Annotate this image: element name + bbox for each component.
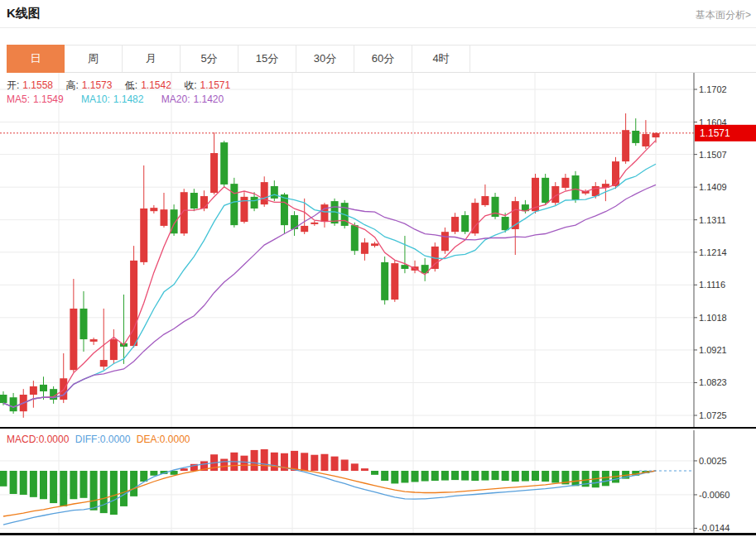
candlestick (652, 133, 660, 137)
candlestick (90, 339, 98, 342)
main-chart-canvas[interactable]: 1.17021.16041.15071.14091.13111.12141.11… (0, 73, 756, 428)
header-divider (0, 27, 756, 28)
candlestick (230, 184, 238, 225)
price-tick-label: 1.1311 (699, 215, 726, 225)
candlestick (181, 192, 188, 233)
macd-tick-label: -0.0060 (699, 490, 730, 500)
tab-月[interactable]: 月 (123, 46, 181, 72)
page-title: K线图 (7, 6, 41, 22)
ma20-line (3, 185, 656, 407)
candlestick (190, 193, 198, 209)
candlestick (371, 243, 378, 246)
candlestick (281, 194, 288, 225)
candlestick (301, 226, 308, 232)
macd-histogram (0, 449, 649, 515)
main-gridlines (0, 73, 694, 428)
ma-legend: MA5:1.1549 MA10:1.1482 MA20:1.1420 (7, 93, 227, 105)
candlestick (320, 204, 328, 222)
ma5-label: MA5: (7, 93, 30, 105)
price-tick-label: 1.0823 (699, 377, 727, 387)
kline-widget: K线图 基本面分析> 日周月5分15分30分60分4时 开:1.1558 高:1… (0, 0, 756, 537)
open-label: 开: (7, 79, 19, 91)
close-value: 1.1571 (200, 79, 231, 91)
tab-15分[interactable]: 15分 (238, 46, 296, 72)
candlestick (461, 215, 469, 232)
macd-tick-label: 0.0025 (699, 456, 727, 466)
candlestick (160, 209, 167, 226)
candlestick (79, 309, 87, 339)
low-label: 低: (125, 79, 137, 91)
candlestick (140, 209, 147, 262)
candlestick (220, 142, 228, 185)
candlestick (391, 263, 398, 300)
candlestick (40, 385, 47, 391)
high-label: 高: (65, 79, 78, 91)
price-tick-label: 1.1409 (699, 182, 727, 192)
ohlc-legend: 开:1.1558 高:1.1573 低:1.1542 收:1.1571 (7, 79, 234, 93)
candlestick (30, 386, 37, 395)
candlestick (150, 208, 157, 211)
ma20-label: MA20: (161, 93, 190, 105)
ma5-line (3, 141, 656, 408)
candlestick (361, 242, 368, 254)
candlestick (271, 186, 278, 199)
candlestick (441, 232, 449, 251)
macd-chart-canvas[interactable]: 0.0025-0.0060-0.0144 (0, 430, 756, 533)
macd-tick-label: -0.0144 (699, 523, 730, 533)
diff-value: DIFF:0.0000 (75, 434, 131, 445)
candlestick (261, 182, 268, 204)
high-value: 1.1573 (82, 79, 113, 91)
candlestick (502, 217, 509, 230)
candlestick (642, 134, 649, 146)
tab-周[interactable]: 周 (65, 46, 123, 72)
current-price-badge-text: 1.1571 (700, 127, 730, 139)
tab-60分[interactable]: 60分 (354, 46, 412, 72)
candlestick (0, 395, 7, 403)
tab-4时[interactable]: 4时 (412, 46, 470, 72)
ma5-value: 1.1549 (33, 93, 64, 105)
price-tick-label: 1.1507 (699, 150, 727, 160)
open-value: 1.1558 (22, 79, 53, 91)
fundamental-analysis-link[interactable]: 基本面分析> (696, 8, 751, 22)
candlestick (542, 178, 549, 203)
dea-value: DEA:0.0000 (137, 434, 190, 445)
candlestick (311, 223, 318, 224)
candlestick (110, 339, 118, 360)
candlestick (10, 397, 17, 411)
price-tick-label: 1.1018 (699, 313, 727, 323)
ma10-label: MA10: (81, 93, 110, 105)
candlestick (100, 360, 108, 367)
tab-5分[interactable]: 5分 (181, 46, 238, 72)
macd-legend: MACD:0.0000 DIFF:0.0000 DEA:0.0000 (7, 434, 193, 445)
candlestick (351, 225, 359, 251)
macd-value: MACD:0.0000 (7, 434, 69, 445)
low-value: 1.1542 (141, 79, 171, 91)
price-tick-label: 1.1702 (699, 84, 727, 94)
candlestick (70, 309, 77, 370)
candlestick (612, 161, 619, 186)
candlestick (210, 153, 218, 193)
tab-30分[interactable]: 30分 (296, 46, 354, 72)
price-tick-label: 1.0921 (699, 345, 727, 355)
close-label: 收: (184, 79, 196, 91)
candlestick (481, 196, 489, 205)
candlestick (622, 130, 629, 161)
ma10-value: 1.1482 (113, 93, 144, 105)
ma20-value: 1.1420 (193, 93, 224, 105)
price-tick-label: 1.1116 (699, 280, 725, 290)
candlestick (381, 262, 388, 300)
macd-axis: 0.0025-0.0060-0.0144 (694, 430, 730, 533)
price-tick-label: 1.0725 (699, 410, 727, 420)
price-tick-label: 1.1214 (699, 247, 727, 257)
bottom-bar (0, 533, 756, 535)
candlestick (451, 217, 459, 232)
candlestick (561, 178, 569, 188)
candlestick (572, 175, 580, 200)
candlestick (632, 131, 639, 143)
candlestick (251, 197, 258, 209)
tab-日[interactable]: 日 (7, 45, 65, 73)
panel-divider (0, 427, 756, 429)
candlesticks (0, 113, 660, 418)
period-tab-bar: 日周月5分15分30分60分4时 (7, 45, 756, 73)
candlestick (200, 196, 208, 209)
